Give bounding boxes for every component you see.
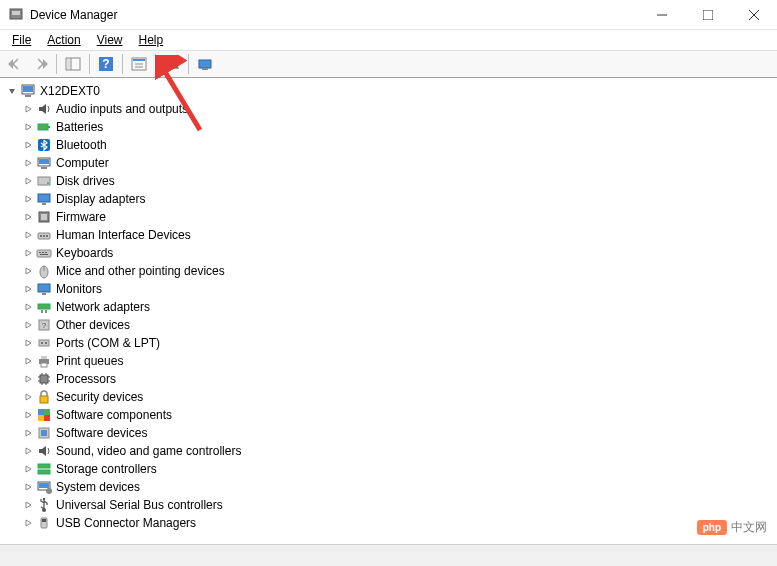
collapse-icon[interactable] <box>4 83 20 99</box>
expand-icon[interactable] <box>20 371 36 387</box>
tree-item[interactable]: Firmware <box>0 208 777 226</box>
expand-icon[interactable] <box>20 227 36 243</box>
tree-item[interactable]: Software components <box>0 406 777 424</box>
processor-icon <box>36 371 52 387</box>
tree-item[interactable]: Print queues <box>0 352 777 370</box>
disk-icon <box>36 173 52 189</box>
tree-item[interactable]: Disk drives <box>0 172 777 190</box>
expand-icon[interactable] <box>20 191 36 207</box>
tree-item[interactable]: Ports (COM & LPT) <box>0 334 777 352</box>
back-button[interactable] <box>4 52 28 76</box>
tree-item[interactable]: Universal Serial Bus controllers <box>0 496 777 514</box>
bluetooth-icon <box>36 137 52 153</box>
menu-file[interactable]: File <box>4 31 39 49</box>
svg-rect-21 <box>23 86 33 92</box>
svg-rect-58 <box>41 363 47 367</box>
tree-item-label: System devices <box>56 480 140 494</box>
expand-icon[interactable] <box>20 209 36 225</box>
expand-icon[interactable] <box>20 497 36 513</box>
menu-view[interactable]: View <box>89 31 131 49</box>
tree-item[interactable]: Display adapters <box>0 190 777 208</box>
tree-root[interactable]: X12DEXT0 <box>0 82 777 100</box>
expand-icon[interactable] <box>20 461 36 477</box>
expand-icon[interactable] <box>20 425 36 441</box>
battery-icon <box>36 119 52 135</box>
tree-item[interactable]: Computer <box>0 154 777 172</box>
tree-item[interactable]: Keyboards <box>0 244 777 262</box>
expand-icon[interactable] <box>20 335 36 351</box>
tree-item[interactable]: Monitors <box>0 280 777 298</box>
show-hide-console-tree-button[interactable] <box>61 52 85 76</box>
menu-help[interactable]: Help <box>131 31 172 49</box>
tree-item[interactable]: Software devices <box>0 424 777 442</box>
tree-item[interactable]: Storage controllers <box>0 460 777 478</box>
toolbar-separator <box>89 54 90 74</box>
svg-rect-3 <box>703 10 713 20</box>
svg-point-30 <box>47 182 49 184</box>
forward-button[interactable] <box>28 52 52 76</box>
tree-root-label: X12DEXT0 <box>40 84 100 98</box>
expand-icon[interactable] <box>20 101 36 117</box>
tree-item[interactable]: USB Connector Managers <box>0 514 777 532</box>
tree-item[interactable]: ? Other devices <box>0 316 777 334</box>
expand-icon[interactable] <box>20 155 36 171</box>
expand-icon[interactable] <box>20 479 36 495</box>
svg-rect-46 <box>38 284 50 292</box>
close-button[interactable] <box>731 0 777 30</box>
expand-icon[interactable] <box>20 281 36 297</box>
properties-button[interactable] <box>127 52 151 76</box>
svg-point-79 <box>46 488 52 494</box>
maximize-button[interactable] <box>685 0 731 30</box>
svg-rect-28 <box>41 167 47 169</box>
expand-icon[interactable] <box>20 263 36 279</box>
svg-rect-74 <box>41 430 47 436</box>
expand-icon[interactable] <box>20 443 36 459</box>
tree-item-label: Firmware <box>56 210 106 224</box>
svg-text:?: ? <box>42 321 47 330</box>
help-button[interactable]: ? <box>94 52 118 76</box>
expand-icon[interactable] <box>20 353 36 369</box>
sound-icon <box>36 443 52 459</box>
softdev-icon <box>36 425 52 441</box>
tree-item-label: Mice and other pointing devices <box>56 264 225 278</box>
svg-rect-16 <box>170 58 174 61</box>
device-tree[interactable]: X12DEXT0 Audio inputs and outputs Batter… <box>0 78 777 544</box>
tree-item[interactable]: System devices <box>0 478 777 496</box>
svg-rect-24 <box>48 126 50 128</box>
minimize-button[interactable] <box>639 0 685 30</box>
svg-rect-75 <box>38 464 50 468</box>
svg-rect-78 <box>39 483 49 488</box>
expand-icon[interactable] <box>20 515 36 531</box>
tree-item[interactable]: Bluetooth <box>0 136 777 154</box>
expand-icon[interactable] <box>20 173 36 189</box>
window-title: Device Manager <box>30 8 639 22</box>
tree-item[interactable]: Human Interface Devices <box>0 226 777 244</box>
tree-item-label: Ports (COM & LPT) <box>56 336 160 350</box>
printer-icon <box>36 353 52 369</box>
tree-item[interactable]: Network adapters <box>0 298 777 316</box>
port-icon <box>36 335 52 351</box>
tree-item-label: Disk drives <box>56 174 115 188</box>
expand-icon[interactable] <box>20 389 36 405</box>
expand-icon[interactable] <box>20 119 36 135</box>
menu-action[interactable]: Action <box>39 31 88 49</box>
svg-point-36 <box>40 235 42 237</box>
tree-item[interactable]: Processors <box>0 370 777 388</box>
svg-point-54 <box>41 342 43 344</box>
expand-icon[interactable] <box>20 137 36 153</box>
add-legacy-hardware-button[interactable] <box>193 52 217 76</box>
tree-item[interactable]: Audio inputs and outputs <box>0 100 777 118</box>
tree-item[interactable]: Mice and other pointing devices <box>0 262 777 280</box>
expand-icon[interactable] <box>20 245 36 261</box>
tree-item[interactable]: Security devices <box>0 388 777 406</box>
tree-item-label: Software devices <box>56 426 147 440</box>
expand-icon[interactable] <box>20 299 36 315</box>
watermark-badge: php <box>697 520 727 535</box>
expand-icon[interactable] <box>20 407 36 423</box>
expand-icon[interactable] <box>20 317 36 333</box>
tree-item-label: Sound, video and game controllers <box>56 444 241 458</box>
scan-hardware-button[interactable] <box>160 52 184 76</box>
tree-item[interactable]: Batteries <box>0 118 777 136</box>
tree-item[interactable]: Sound, video and game controllers <box>0 442 777 460</box>
tree-item-label: Storage controllers <box>56 462 157 476</box>
